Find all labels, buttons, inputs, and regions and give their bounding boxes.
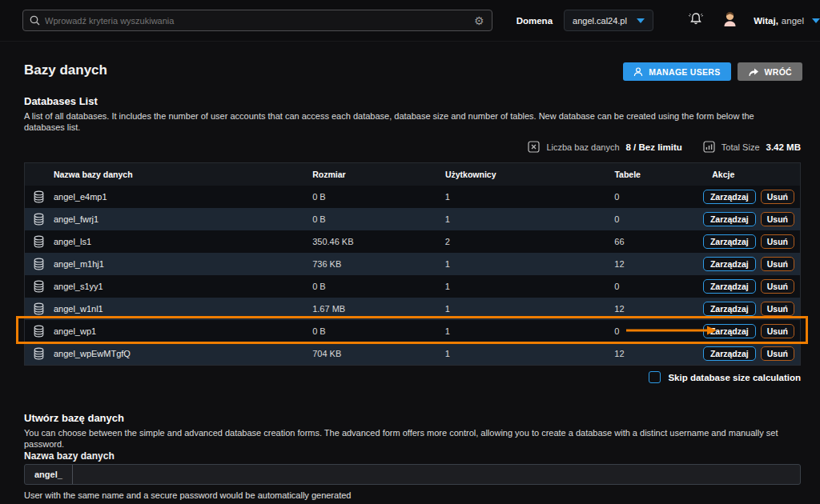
row-actions: ZarządzajUsuń <box>712 324 800 338</box>
size-chart-icon <box>703 141 715 153</box>
stat-value: 3.42 MB <box>766 142 801 152</box>
db-tables: 66 <box>614 237 712 246</box>
db-size: 0 B <box>312 192 445 202</box>
row-actions: ZarządzajUsuń <box>712 212 800 226</box>
row-actions: ZarządzajUsuń <box>712 257 800 271</box>
db-users: 1 <box>445 214 615 224</box>
skip-size-label: Skip database size calculation <box>668 373 801 382</box>
table-body: angel_e4mp10 B10ZarządzajUsuńangel_fwrj1… <box>25 186 800 365</box>
databases-table: Nazwa bazy danych Rozmiar Użytkownicy Ta… <box>24 162 801 366</box>
manage-button[interactable]: Zarządzaj <box>703 190 756 204</box>
db-users: 2 <box>445 237 615 246</box>
db-size: 0 B <box>312 214 445 224</box>
count-square-x-icon <box>528 141 540 153</box>
manage-button[interactable]: Zarządzaj <box>703 346 756 361</box>
row-actions: ZarządzajUsuń <box>712 302 800 316</box>
db-tables: 12 <box>614 259 712 269</box>
table-header: Nazwa bazy danych Rozmiar Użytkownicy Ta… <box>25 163 800 186</box>
manage-button[interactable]: Zarządzaj <box>703 324 756 338</box>
db-tables: 0 <box>614 282 712 291</box>
back-label: WRÓĆ <box>765 67 792 77</box>
domain-select[interactable]: angel.cal24.pl <box>564 10 653 31</box>
greeting-username: angel <box>782 16 804 26</box>
greeting-word: Witaj, <box>754 16 778 26</box>
chevron-down-icon <box>812 18 820 23</box>
table-row: angel_fwrj10 B10ZarządzajUsuń <box>25 208 800 230</box>
table-row: angel_e4mp10 B10ZarządzajUsuń <box>25 186 800 208</box>
stat-total-size: Total Size 3.42 MB <box>703 141 801 153</box>
db-size: 0 B <box>312 326 445 336</box>
table-row: angel_wp10 B10ZarządzajUsuń <box>25 320 800 342</box>
db-users: 1 <box>445 192 615 202</box>
delete-button[interactable]: Usuń <box>761 324 794 338</box>
manage-button[interactable]: Zarządzaj <box>703 279 756 294</box>
database-icon <box>25 347 54 360</box>
user-avatar[interactable] <box>722 11 738 30</box>
database-icon <box>25 302 54 315</box>
db-name: angel_wpEwMTgfQ <box>54 349 312 358</box>
page: ⚙ Domena angel.cal24.pl Wita <box>0 0 820 504</box>
db-tables: 0 <box>614 214 712 224</box>
search-icon <box>30 15 40 26</box>
table-row: angel_ls1350.46 KB266ZarządzajUsuń <box>25 230 800 253</box>
database-name-prefix: angel_ <box>25 465 73 484</box>
delete-button[interactable]: Usuń <box>761 212 794 226</box>
skip-size-row: Skip database size calculation <box>649 371 801 383</box>
manage-users-button[interactable]: MANAGE USERS <box>623 62 730 81</box>
delete-button[interactable]: Usuń <box>761 190 794 204</box>
stat-label: Liczba baz danych <box>546 142 619 152</box>
db-users: 1 <box>445 259 615 269</box>
row-actions: ZarządzajUsuń <box>712 346 800 361</box>
delete-button[interactable]: Usuń <box>761 257 794 271</box>
search-settings-gear-icon[interactable]: ⚙ <box>474 15 484 26</box>
create-database-description: You can choose between the simple and ad… <box>24 427 799 450</box>
delete-button[interactable]: Usuń <box>761 234 794 249</box>
row-actions: ZarządzajUsuń <box>712 234 800 249</box>
manage-button[interactable]: Zarządzaj <box>703 302 756 316</box>
delete-button[interactable]: Usuń <box>761 279 794 294</box>
db-name: angel_m1hj1 <box>54 259 312 269</box>
database-icon <box>25 325 54 338</box>
skip-size-checkbox[interactable] <box>649 371 661 383</box>
domain-value: angel.cal24.pl <box>573 16 637 26</box>
row-actions: ZarządzajUsuń <box>712 279 800 294</box>
db-name: angel_fwrj1 <box>54 214 312 224</box>
db-name: angel_s1yy1 <box>54 282 312 291</box>
column-header-size: Rozmiar <box>312 170 445 179</box>
page-title: Bazy danych <box>24 62 107 78</box>
database-icon <box>25 235 54 248</box>
redo-arrow-icon <box>748 67 759 77</box>
database-icon <box>25 280 54 293</box>
db-users: 1 <box>445 349 615 358</box>
manage-users-label: MANAGE USERS <box>649 67 720 77</box>
db-tables: 12 <box>614 349 712 358</box>
delete-button[interactable]: Usuń <box>761 302 794 316</box>
database-name-field: angel_ <box>24 464 801 485</box>
table-row: angel_m1hj1736 KB112ZarządzajUsuń <box>25 253 800 275</box>
column-header-tables: Tabele <box>614 170 712 179</box>
back-button[interactable]: WRÓĆ <box>738 62 802 81</box>
db-tables: 12 <box>614 304 712 314</box>
header-buttons: MANAGE USERS WRÓĆ <box>623 62 802 81</box>
database-icon <box>25 258 54 270</box>
db-size: 0 B <box>312 282 445 291</box>
manage-button[interactable]: Zarządzaj <box>703 234 756 249</box>
search-box: ⚙ <box>22 10 492 31</box>
db-size: 736 KB <box>312 259 445 269</box>
chevron-down-icon <box>637 18 645 23</box>
manage-button[interactable]: Zarządzaj <box>703 212 756 226</box>
create-database-heading: Utwórz bazę danych <box>24 412 124 424</box>
domain-label: Domena <box>517 16 553 26</box>
delete-button[interactable]: Usuń <box>761 346 794 361</box>
search-input[interactable] <box>40 16 474 26</box>
db-tables: 0 <box>614 192 712 202</box>
databases-list-description: A list of all databases. It includes the… <box>24 110 797 133</box>
table-row: angel_wpEwMTgfQ704 KB112ZarządzajUsuń <box>25 342 800 365</box>
database-name-help-text: User with the same name and a secure pas… <box>24 490 351 500</box>
greeting[interactable]: Witaj, angel <box>754 16 820 26</box>
database-name-input[interactable] <box>73 470 800 479</box>
manage-button[interactable]: Zarządzaj <box>703 257 756 271</box>
notifications-bell-icon[interactable] <box>687 11 705 30</box>
db-name: angel_wp1 <box>54 326 312 336</box>
db-size: 704 KB <box>312 349 445 358</box>
